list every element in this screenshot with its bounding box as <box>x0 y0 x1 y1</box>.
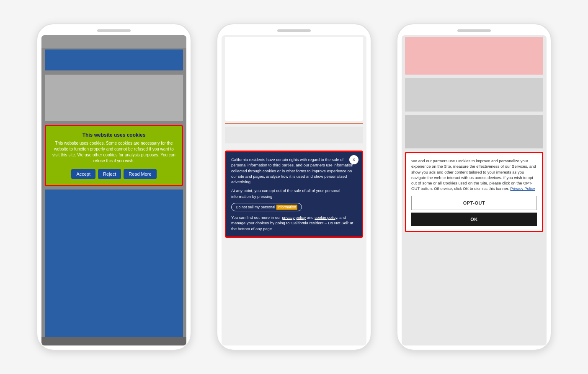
p3-gray-block2 <box>405 115 543 148</box>
p3-gray-block <box>405 78 543 112</box>
reject-button[interactable]: Reject <box>98 169 121 179</box>
cookie-banner-2-body3: At any point, you can opt out of the sal… <box>231 188 357 199</box>
p2-spacer <box>225 127 363 143</box>
phone-2-notch <box>277 29 311 32</box>
cookie-banner-1-body: This website uses cookies. Some cookies … <box>51 140 177 164</box>
p1-blue-bar <box>45 49 183 70</box>
cookie-banner-2-body1: California residents have certain rights… <box>231 157 357 184</box>
p2-red-line <box>225 123 363 124</box>
privacy-policy-link-3[interactable]: Privacy Policy <box>510 186 535 191</box>
cookie-banner-1-title: This website uses cookies <box>51 132 177 138</box>
phone-2-screen: × California residents have certain righ… <box>222 35 366 345</box>
phone-1-cookie-banner: This website uses cookies This website u… <box>45 125 183 186</box>
phone-2-cookie-banner: × California residents have certain righ… <box>225 151 363 238</box>
p1-gray-block <box>45 75 183 121</box>
phone-2: × California residents have certain righ… <box>217 23 371 351</box>
cookie-banner-1-buttons: Accept Reject Read More <box>51 169 177 179</box>
phone-1-content: This website uses cookies This website u… <box>41 35 186 345</box>
close-button[interactable]: × <box>349 155 358 164</box>
p3-pink-block <box>405 37 543 75</box>
phone-3-notch <box>457 29 491 32</box>
cookie-banner-2-body4: You can find out more in our privacy pol… <box>231 215 357 231</box>
phone-1-screen: This website uses cookies This website u… <box>41 35 186 345</box>
cookie-policy-link[interactable]: cookie policy <box>315 215 337 220</box>
p1-gray-bar <box>41 35 186 48</box>
ok-button[interactable]: OK <box>411 213 537 226</box>
accept-button[interactable]: Accept <box>71 169 95 179</box>
opt-out-button[interactable]: OPT-OUT <box>411 196 537 210</box>
p1-bottom-blue <box>45 190 183 337</box>
do-not-sell-button[interactable]: Do not sell my personal information <box>231 203 302 211</box>
read-more-button[interactable]: Read More <box>124 169 156 179</box>
p1-bottom-gray <box>41 337 186 345</box>
cookie-banner-3-body: We and our partners use Cookies to impro… <box>411 158 537 192</box>
phone-1: This website uses cookies This website u… <box>36 23 191 351</box>
p2-line <box>225 147 363 147</box>
phone-3-cookie-banner: We and our partners use Cookies to impro… <box>405 152 543 232</box>
p2-white-area <box>225 37 363 121</box>
phone-3-screen: We and our partners use Cookies to impro… <box>402 35 547 345</box>
phone-1-notch <box>97 29 131 32</box>
phone-2-content: × California residents have certain righ… <box>222 35 366 345</box>
phone-3-content: We and our partners use Cookies to impro… <box>402 35 547 345</box>
privacy-policy-link[interactable]: privacy policy <box>282 215 306 220</box>
phone-3: We and our partners use Cookies to impro… <box>397 23 552 351</box>
close-icon: × <box>352 157 355 163</box>
